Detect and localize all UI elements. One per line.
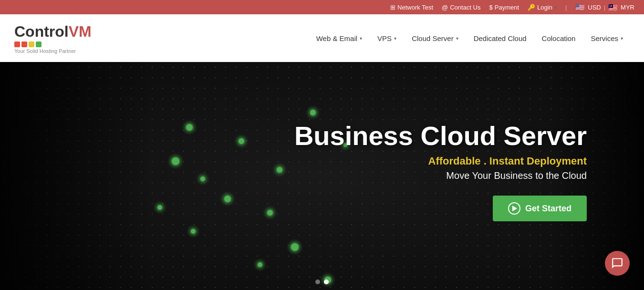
network-test-label: Network Test [397, 4, 433, 11]
logo-dots [14, 41, 42, 47]
logo-dot-red2 [21, 41, 27, 47]
nav-web-email-label: Web & Email [316, 34, 357, 42]
currency-divider: | [565, 4, 567, 11]
nav-cloud-server-label: Cloud Server [412, 34, 454, 42]
currency-selector[interactable]: 🇺🇸 USD | 🇲🇾 MYR [575, 3, 634, 12]
get-started-label: Get Started [525, 204, 571, 214]
nav-services[interactable]: Services ▾ [584, 30, 630, 47]
hero-overlay-left [0, 62, 153, 290]
services-chevron: ▾ [621, 36, 623, 41]
payment-link[interactable]: $ Payment [489, 4, 519, 11]
cloud-server-chevron: ▾ [456, 36, 458, 41]
network-test-icon: ⊞ [390, 4, 395, 11]
vps-chevron: ▾ [394, 36, 396, 41]
usd-label: USD [588, 4, 601, 11]
logo-dot-yellow [29, 41, 34, 47]
nav-web-email[interactable]: Web & Email ▾ [310, 30, 369, 47]
nav-vps[interactable]: VPS ▾ [371, 30, 403, 47]
hero-title: Business Cloud Server [294, 121, 587, 151]
login-chevron: ▾ [554, 5, 557, 10]
nav-vps-label: VPS [377, 34, 392, 42]
top-bar: ⊞ Network Test @ Contact Us $ Payment 🔑 … [0, 0, 644, 14]
payment-label: Payment [495, 4, 519, 11]
hero-subtitle-yellow: Affordable . Instant Deployment [294, 155, 587, 167]
get-started-button[interactable]: Get Started [493, 196, 587, 221]
hero-section: Business Cloud Server Affordable . Insta… [0, 62, 644, 290]
chat-icon [611, 257, 623, 269]
slider-dots [315, 280, 329, 284]
nav-dedicated-cloud-label: Dedicated Cloud [474, 34, 527, 42]
header: ControlVM Your Solid Hosting Partner Web… [0, 14, 644, 62]
play-icon [508, 202, 520, 215]
contact-us-link[interactable]: @ Contact Us [442, 4, 481, 11]
payment-icon: $ [489, 4, 493, 11]
slider-dot-1[interactable] [315, 280, 320, 284]
logo[interactable]: ControlVM Your Solid Hosting Partner [14, 23, 92, 54]
nav-services-label: Services [591, 34, 618, 42]
main-nav: Web & Email ▾ VPS ▾ Cloud Server ▾ Dedic… [310, 30, 630, 47]
web-email-chevron: ▾ [360, 36, 362, 41]
myr-flag: 🇲🇾 [608, 3, 618, 12]
logo-text: ControlVM [14, 23, 92, 41]
login-label: Login [537, 4, 552, 11]
contact-icon: @ [442, 4, 448, 11]
logo-dot-green [36, 41, 42, 47]
logo-vm: VM [69, 23, 92, 40]
nav-dedicated-cloud[interactable]: Dedicated Cloud [467, 30, 533, 47]
logo-tagline: Your Solid Hosting Partner [14, 48, 76, 54]
nav-colocation[interactable]: Colocation [535, 30, 582, 47]
chat-button[interactable] [605, 251, 630, 276]
slider-dot-2[interactable] [324, 280, 329, 284]
login-link[interactable]: 🔑 Login ▾ [528, 4, 557, 11]
logo-dot-red [14, 41, 20, 47]
login-icon: 🔑 [528, 4, 535, 11]
contact-us-label: Contact Us [450, 4, 480, 11]
network-test-link[interactable]: ⊞ Network Test [390, 4, 433, 11]
play-triangle [512, 206, 517, 211]
myr-label: MYR [621, 4, 634, 11]
hero-content: Business Cloud Server Affordable . Insta… [294, 121, 644, 231]
hero-subtitle-white: Move Your Business to the Cloud [294, 170, 587, 181]
nav-colocation-label: Colocation [542, 34, 576, 42]
usd-flag: 🇺🇸 [575, 3, 585, 12]
nav-cloud-server[interactable]: Cloud Server ▾ [405, 30, 465, 47]
